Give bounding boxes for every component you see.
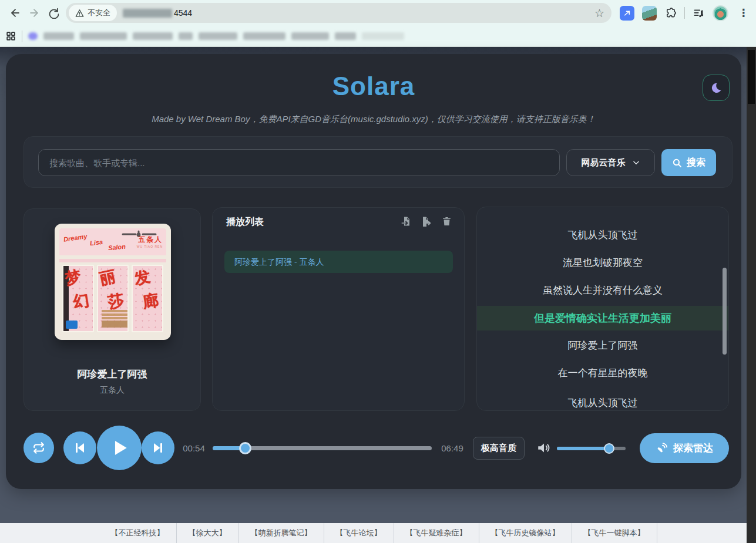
back-button[interactable]	[6, 4, 25, 22]
app-subtitle: Made by Wet Dream Boy，免费API来自GD音乐台(music…	[6, 114, 741, 125]
radar-icon	[656, 442, 668, 454]
volume-fill	[557, 447, 609, 450]
album-art-transom: Dreamy Lisa Salon 五条人 WU TIAO REN	[59, 228, 166, 259]
progress-bar[interactable]	[213, 446, 432, 450]
toolbar-extensions: ⋮	[620, 5, 751, 21]
footer-link[interactable]: 【飞牛疑难杂症】	[394, 523, 479, 543]
search-button[interactable]: 搜索	[661, 149, 716, 176]
extension-blue-icon[interactable]	[620, 6, 634, 21]
extensions-puzzle-icon[interactable]	[664, 7, 677, 19]
audio-quality-button[interactable]: 极高音质	[473, 437, 525, 460]
discover-radar-button[interactable]: 探索雷达	[640, 433, 729, 463]
forward-arrow-icon	[28, 7, 40, 19]
bookmark-item[interactable]	[43, 32, 74, 40]
address-bar[interactable]: 不安全 4544 ☆	[66, 3, 611, 23]
lyric-line[interactable]: 虽然说人生并没有什么意义	[477, 278, 728, 303]
forward-button[interactable]	[25, 4, 43, 22]
volume-thumb[interactable]	[604, 443, 614, 454]
lyrics-scrollbar[interactable]	[723, 268, 727, 355]
total-duration: 06:49	[436, 443, 469, 453]
bookmark-star-icon[interactable]: ☆	[594, 6, 604, 20]
art-word-dreamy: Dreamy	[63, 232, 88, 243]
moon-icon	[710, 82, 723, 95]
music-source-select[interactable]: 网易云音乐	[566, 149, 655, 176]
lyric-line-active[interactable]: 但是爱情确实让生活更加美丽	[477, 306, 728, 330]
art-artist-en: WU TIAO REN	[137, 245, 163, 248]
scrollbar-thumb[interactable]	[748, 50, 755, 104]
source-selected-label: 网易云音乐	[582, 157, 626, 168]
lyric-line[interactable]: 飞机从头顶飞过	[477, 391, 728, 411]
page-background: Solara Made by Wet Dream Boy，免费API来自GD音乐…	[0, 47, 756, 543]
bookmark-item[interactable]	[199, 32, 237, 40]
bookmark-item[interactable]	[243, 32, 285, 40]
footer-link[interactable]: 【徐大大】	[177, 523, 239, 543]
media-controls-icon[interactable]	[693, 7, 705, 19]
bookmark-item[interactable]	[80, 32, 127, 40]
bookmark-item[interactable]	[335, 32, 356, 40]
browser-chrome: 不安全 4544 ☆ ⋮	[0, 0, 756, 47]
album-art-scene: 梦幻 丽莎 发廊 Dreamy Lisa Salon 五条人 WU TIAO R…	[59, 228, 166, 335]
lyric-line[interactable]: 流星也划破那夜空	[477, 251, 728, 275]
progress-thumb[interactable]	[239, 442, 251, 454]
lyric-line[interactable]: 阿珍爱上了阿强	[477, 333, 728, 358]
art-calligraphy-char: 莎	[107, 292, 125, 311]
search-panel: 网易云音乐 搜索	[23, 136, 733, 188]
solara-app-card: Solara Made by Wet Dream Boy，免费API来自GD音乐…	[6, 54, 741, 489]
next-track-button[interactable]	[142, 431, 174, 464]
art-artist-cn: 五条人	[138, 235, 163, 245]
previous-track-button[interactable]	[63, 431, 96, 464]
play-icon	[109, 438, 129, 458]
not-secure-label: 不安全	[88, 8, 110, 18]
bench-shape	[102, 310, 127, 328]
chevron-down-icon	[632, 158, 640, 167]
bookmark-item[interactable]	[291, 32, 329, 40]
previous-track-icon	[73, 441, 87, 455]
bookmark-favicon[interactable]	[28, 32, 38, 40]
next-track-icon	[151, 441, 165, 455]
redacted-url	[123, 9, 172, 18]
browser-scrollbar[interactable]	[747, 47, 756, 543]
repeat-mode-button[interactable]	[23, 433, 54, 463]
footer-link[interactable]: 【飞牛一键脚本】	[572, 523, 657, 543]
play-button[interactable]	[97, 426, 142, 470]
not-secure-chip[interactable]: 不安全	[69, 5, 117, 21]
album-art: 梦幻 丽莎 发廊 Dreamy Lisa Salon 五条人 WU TIAO R…	[55, 224, 171, 340]
song-artist: 五条人	[24, 385, 200, 396]
album-art-window: 梦幻 丽莎 发廊	[59, 262, 166, 335]
volume-slider[interactable]	[557, 447, 626, 450]
lyric-line[interactable]: 飞机从头顶飞过	[477, 223, 728, 248]
search-button-label: 搜索	[687, 157, 705, 169]
window-pane: 发廊	[132, 265, 163, 332]
bookmark-item[interactable]	[179, 32, 193, 40]
import-playlist-icon[interactable]	[401, 216, 411, 227]
profile-avatar[interactable]	[713, 5, 728, 21]
chrome-menu-icon[interactable]: ⋮	[736, 6, 751, 19]
lyric-line[interactable]: 在一个有星星的夜晚	[477, 361, 728, 386]
lyrics-panel[interactable]: 飞机从头顶飞过流星也划破那夜空虽然说人生并没有什么意义但是爱情确实让生活更加美丽…	[476, 207, 729, 411]
art-word-salon: Salon	[108, 243, 126, 252]
art-calligraphy-char: 丽	[98, 268, 117, 287]
playlist-item-active[interactable]: 阿珍爱上了阿强 - 五条人	[224, 251, 453, 273]
footer-link[interactable]: 【萌新折腾笔记】	[239, 523, 324, 543]
footer-link[interactable]: 【飞牛历史镜像站】	[479, 523, 572, 543]
footer-link[interactable]: 【飞牛论坛】	[324, 523, 394, 543]
extension-weather-icon[interactable]	[642, 6, 657, 21]
bookmark-item[interactable]	[362, 32, 404, 40]
playlist-panel: 播放列表 阿珍爱上了阿强 - 五条人	[212, 207, 465, 411]
export-playlist-icon[interactable]	[421, 216, 432, 227]
footer-link[interactable]: 【不正经科技】	[99, 523, 177, 543]
bookmark-item[interactable]	[133, 32, 173, 40]
volume-icon[interactable]	[536, 440, 552, 456]
reload-button[interactable]	[43, 4, 62, 22]
repeat-icon	[32, 441, 45, 454]
dark-mode-toggle[interactable]	[703, 75, 730, 101]
search-icon	[672, 158, 682, 168]
radar-button-label: 探索雷达	[673, 441, 713, 455]
warning-triangle-icon	[75, 9, 84, 18]
footer-links-bar: 【不正经科技】【徐大大】【萌新折腾笔记】【飞牛论坛】【飞牛疑难杂症】【飞牛历史镜…	[0, 523, 756, 543]
browser-toolbar: 不安全 4544 ☆ ⋮	[0, 0, 756, 26]
search-input[interactable]	[38, 149, 560, 176]
clear-playlist-trash-icon[interactable]	[442, 216, 452, 227]
apps-grid-icon[interactable]	[6, 31, 16, 41]
art-calligraphy-char: 发	[133, 268, 152, 287]
